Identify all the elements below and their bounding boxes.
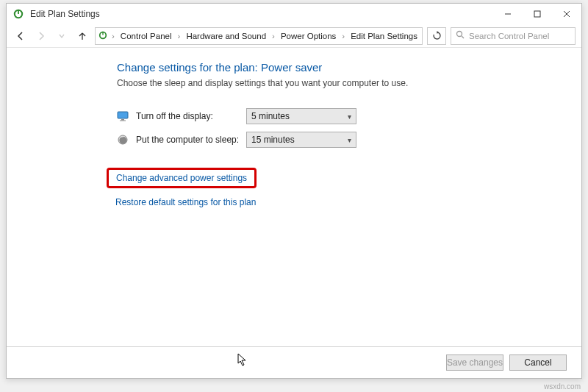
save-changes-button[interactable]: Save changes [446, 354, 503, 371]
svg-rect-1 [18, 10, 19, 14]
chevron-right-icon: › [270, 32, 276, 40]
cancel-button[interactable]: Cancel [509, 354, 567, 371]
search-box[interactable] [451, 27, 576, 45]
display-timeout-select[interactable]: 5 minutes ▾ [246, 108, 356, 124]
chevron-right-icon: › [110, 32, 116, 40]
select-value: 5 minutes [251, 111, 290, 121]
search-input[interactable] [469, 32, 570, 40]
minimize-button[interactable] [493, 4, 523, 24]
svg-rect-3 [534, 11, 540, 17]
window: Edit Plan Settings › Control Panel › Har… [6, 3, 582, 379]
maximize-button[interactable] [523, 4, 552, 24]
svg-rect-10 [118, 112, 128, 118]
power-options-icon [98, 31, 107, 41]
close-button[interactable] [552, 4, 581, 24]
content-area: Change settings for the plan: Power save… [7, 48, 581, 346]
advanced-power-settings-link[interactable]: Change advanced power settings [116, 173, 247, 183]
up-button[interactable] [74, 28, 90, 44]
display-timeout-row: Turn off the display: 5 minutes ▾ [117, 104, 574, 128]
svg-rect-7 [102, 31, 103, 35]
page-heading: Change settings for the plan: Power save… [117, 61, 574, 74]
chevron-right-icon: › [340, 32, 346, 40]
svg-rect-12 [120, 121, 126, 121]
chevron-right-icon: › [176, 32, 182, 40]
search-icon [456, 30, 465, 41]
refresh-button[interactable] [427, 27, 446, 45]
sleep-timeout-row: Put the computer to sleep: 15 minutes ▾ [117, 128, 574, 152]
sleep-timeout-label: Put the computer to sleep: [136, 135, 246, 145]
display-icon [117, 110, 129, 122]
breadcrumb-item[interactable]: Control Panel [119, 32, 173, 40]
address-bar[interactable]: › Control Panel › Hardware and Sound › P… [95, 27, 423, 45]
display-timeout-label: Turn off the display: [136, 111, 246, 121]
chevron-down-icon: ▾ [348, 136, 351, 144]
breadcrumb-item[interactable]: Power Options [279, 32, 337, 40]
breadcrumb-item[interactable]: Hardware and Sound [184, 32, 268, 40]
sleep-icon [117, 134, 129, 146]
restore-defaults-link[interactable]: Restore default settings for this plan [115, 197, 256, 207]
svg-point-8 [457, 32, 462, 37]
select-value: 15 minutes [251, 135, 295, 145]
breadcrumb-item[interactable]: Edit Plan Settings [349, 32, 419, 40]
forward-button[interactable] [33, 28, 49, 44]
svg-line-9 [462, 36, 464, 38]
footer-bar: Save changes Cancel [7, 346, 581, 378]
page-description: Choose the sleep and display settings th… [117, 78, 574, 88]
window-title: Edit Plan Settings [30, 9, 493, 19]
titlebar: Edit Plan Settings [7, 4, 581, 24]
svg-rect-11 [121, 119, 124, 121]
links-section: Change advanced power settings Restore d… [117, 168, 574, 207]
sleep-timeout-select[interactable]: 15 minutes ▾ [246, 132, 356, 148]
watermark: wsxdn.com [544, 382, 581, 391]
back-button[interactable] [12, 28, 29, 44]
power-options-icon [12, 8, 24, 20]
recent-dropdown[interactable] [54, 28, 70, 44]
nav-row: › Control Panel › Hardware and Sound › P… [7, 24, 581, 48]
chevron-down-icon: ▾ [348, 113, 351, 121]
highlight-box: Change advanced power settings [107, 168, 257, 188]
